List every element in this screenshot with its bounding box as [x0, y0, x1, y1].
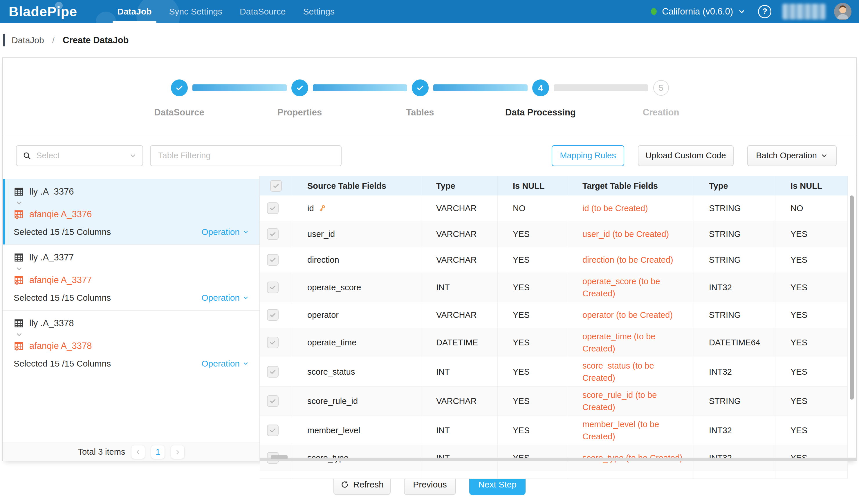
target-type-cell: STRING	[694, 221, 775, 247]
column-header: Is NULL	[775, 176, 848, 195]
target-type-cell: STRING	[694, 195, 775, 221]
page-title: Create DataJob	[63, 35, 129, 46]
step-datasource: DataSource	[119, 79, 239, 135]
column-header: Type	[694, 176, 775, 195]
field-row-id: id VARCHAR NO id (to be Created) STRING …	[260, 195, 848, 221]
chevron-down-icon[interactable]	[738, 7, 746, 16]
step-connector	[554, 84, 648, 91]
breadcrumb-separator: /	[52, 35, 55, 45]
target-field-cell: operate_score (to be Created)	[567, 273, 694, 302]
target-table-name: afanqie A_3378	[29, 341, 92, 351]
breadcrumb-accent-bar	[3, 34, 5, 46]
horizontal-scrollbar-thumb[interactable]	[271, 455, 288, 459]
column-header: Is NULL	[498, 176, 567, 195]
target-field-cell: operate_time (to be Created)	[567, 328, 694, 357]
source-field-cell: operator	[292, 302, 421, 328]
table-card-2[interactable]: lly .A_3377 afanqie A_3377 Selected 15 /…	[3, 245, 259, 310]
table-list-panel: lly .A_3376 afanqie A_3376 Selected 15 /…	[3, 176, 260, 461]
operation-label: Operation	[201, 293, 240, 303]
row-checkbox-checked-disabled[interactable]	[267, 254, 278, 266]
nav-tab-settings[interactable]: Settings	[294, 0, 343, 23]
field-row-score_status: score_status INT YES score_status (to be…	[260, 357, 848, 387]
target-table-name: afanqie A_3376	[29, 209, 92, 220]
chevron-down-icon	[820, 152, 828, 159]
nav-tab-datasource[interactable]: DataSource	[231, 0, 294, 23]
table-card-1[interactable]: lly .A_3376 afanqie A_3376 Selected 15 /…	[3, 179, 259, 245]
row-checkbox-checked-disabled[interactable]	[267, 395, 278, 407]
nav-tab-datajob[interactable]: DataJob	[108, 0, 160, 23]
table-icon	[14, 318, 24, 329]
source-isnull-cell: YES	[498, 357, 567, 386]
chevron-down-icon[interactable]	[15, 331, 249, 338]
avatar-illustration	[834, 3, 852, 20]
batch-operation-label: Batch Operation	[756, 151, 817, 160]
chevron-down-icon[interactable]	[15, 199, 249, 207]
target-field-cell: user_id (to be Created)	[567, 221, 694, 247]
pagination-prev-button[interactable]	[132, 445, 145, 459]
vertical-scrollbar-track	[850, 195, 854, 457]
target-isnull-cell: YES	[775, 328, 848, 357]
field-row-user_id: user_id VARCHAR YES user_id (to be Creat…	[260, 221, 848, 247]
column-header: Target Table Fields	[567, 176, 694, 195]
nav-tab-sync-settings[interactable]: Sync Settings	[161, 0, 231, 23]
operation-dropdown[interactable]: Operation	[201, 359, 249, 368]
row-checkbox-checked-disabled[interactable]	[267, 366, 278, 378]
operation-dropdown[interactable]: Operation	[201, 293, 249, 303]
table-filter-input[interactable]	[150, 145, 342, 166]
target-isnull-cell: YES	[775, 387, 848, 415]
partial-cell	[567, 471, 694, 478]
chevron-down-icon[interactable]	[15, 265, 249, 272]
vertical-scrollbar-thumb[interactable]	[850, 195, 854, 399]
source-type-cell: INT	[421, 357, 498, 386]
source-isnull-cell: YES	[498, 247, 567, 272]
row-checkbox-checked-disabled[interactable]	[267, 309, 278, 321]
batch-operation-button[interactable]: Batch Operation	[747, 145, 837, 166]
source-field-cell: operate_score	[292, 273, 421, 302]
field-row-score_rule_id: score_rule_id VARCHAR YES score_rule_id …	[260, 387, 848, 416]
source-table-name: lly .A_3378	[29, 318, 74, 329]
step-check-circle	[291, 79, 308, 96]
target-type-cell: STRING	[694, 247, 775, 272]
source-isnull-cell: YES	[498, 416, 567, 445]
search-icon	[22, 151, 32, 160]
row-checkbox-checked-disabled[interactable]	[267, 228, 278, 240]
upload-custom-code-button[interactable]: Upload Custom Code	[638, 145, 734, 166]
row-checkbox-checked-disabled[interactable]	[267, 202, 278, 214]
mapping-rules-button[interactable]: Mapping Rules	[552, 145, 624, 166]
field-row-member_level: member_level INT YES member_level (to be…	[260, 416, 848, 445]
source-isnull-cell: YES	[498, 328, 567, 357]
chevron-down-icon	[129, 152, 137, 159]
pagination-page-1[interactable]: 1	[151, 445, 165, 459]
partial-cell	[260, 471, 292, 478]
row-checkbox-cell	[260, 302, 292, 328]
row-checkbox-checked-disabled[interactable]	[267, 425, 278, 436]
table-select-dropdown[interactable]: Select	[16, 145, 143, 166]
step-number: 5	[659, 83, 663, 93]
table-card-3[interactable]: lly .A_3378 afanqie A_3378 Selected 15 /…	[3, 311, 259, 376]
target-type-cell: INT32	[694, 357, 775, 386]
table-icon	[14, 187, 24, 197]
source-type-cell: INT	[421, 273, 498, 302]
row-checkbox-checked-disabled[interactable]	[270, 180, 282, 192]
target-isnull-cell: YES	[775, 302, 848, 328]
step-connector	[192, 84, 287, 91]
help-icon[interactable]: ?	[758, 5, 771, 18]
source-isnull-cell: YES	[498, 302, 567, 328]
pagination-next-button[interactable]	[171, 445, 184, 459]
pagination-total: Total 3 items	[78, 447, 125, 457]
row-checkbox-checked-disabled[interactable]	[267, 282, 278, 293]
target-isnull-cell: YES	[775, 416, 848, 445]
target-table-name: afanqie A_3377	[29, 275, 92, 285]
row-checkbox-cell	[260, 273, 292, 302]
operation-dropdown[interactable]: Operation	[201, 227, 249, 237]
breadcrumb-parent[interactable]: DataJob	[12, 35, 44, 45]
row-checkbox-checked-disabled[interactable]	[267, 337, 278, 348]
row-checkbox-cell	[260, 357, 292, 386]
table-add-icon	[14, 209, 24, 220]
avatar[interactable]	[834, 3, 852, 20]
field-row-operator: operator VARCHAR YES operator (to be Cre…	[260, 302, 848, 328]
row-checkbox-cell	[260, 328, 292, 357]
target-type-cell: STRING	[694, 302, 775, 328]
partial-cell	[498, 471, 567, 478]
region-selector[interactable]: California (v0.6.0)	[662, 6, 733, 17]
